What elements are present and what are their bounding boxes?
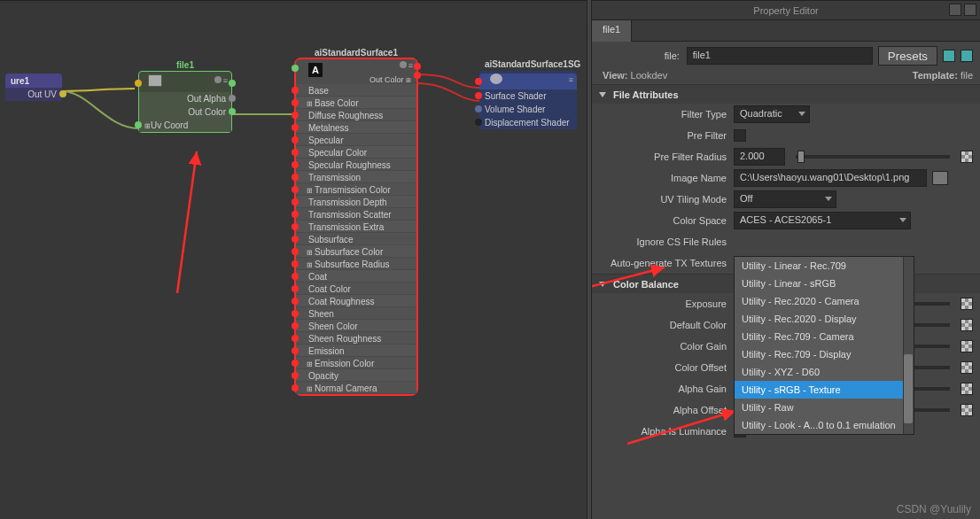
node-file1[interactable]: file1 ≡ Out Alpha Out Color ⊞Uv Coord (138, 71, 232, 133)
attr-specular[interactable]: Specular (296, 134, 416, 146)
prefilter-radius-input[interactable]: 2.000 (734, 148, 785, 166)
attr-sheen-roughness[interactable]: Sheen Roughness (296, 332, 416, 345)
prefilter-checkbox[interactable] (734, 129, 746, 142)
attr-coat[interactable]: Coat (296, 270, 416, 283)
panel-title: Property Editor (753, 5, 818, 16)
attr-transmission[interactable]: Transmission (296, 171, 416, 183)
hide-button[interactable] (961, 50, 973, 62)
tab-file1[interactable]: file1 (592, 20, 632, 42)
attr-subsurface[interactable]: Subsurface (296, 233, 416, 245)
node-menu-icon[interactable]: ≡ (214, 76, 228, 85)
attr-specular-color[interactable]: Specular Color (296, 146, 416, 159)
map-button[interactable] (961, 340, 973, 352)
watermark: CSDN @Yuulily (897, 503, 971, 515)
image-name-input[interactable]: C:\Users\haoyu.wang01\Desktop\1.png (734, 169, 927, 187)
property-editor: Property Editor file1 file: file1 Preset… (592, 0, 980, 519)
attr-metalness[interactable]: Metalness (296, 121, 416, 134)
attr-transmission-extra-roughness[interactable]: Transmission Extra Roughness (296, 221, 416, 233)
attr-sheen-color[interactable]: Sheen Color (296, 320, 416, 332)
color-space-option[interactable]: Utility - Rec.709 - Display (735, 345, 914, 363)
node-menu-icon[interactable]: ≡ (400, 61, 413, 70)
color-space-option[interactable]: Utility - Rec.2020 - Camera (735, 292, 914, 310)
color-space-option[interactable]: Utility - Linear - Rec.709 (735, 257, 914, 275)
color-space-option[interactable]: Utility - Rec.2020 - Display (735, 310, 914, 328)
file-label: file: (592, 50, 687, 61)
svg-line-0 (177, 151, 197, 293)
attr-emission[interactable]: Emission (296, 345, 416, 357)
template-value: file (961, 70, 973, 81)
attr-diffuse-roughness[interactable]: Diffuse Roughness (296, 109, 416, 121)
browse-icon[interactable] (932, 171, 948, 185)
color-space-option[interactable]: Utility - Linear - sRGB (735, 275, 914, 292)
view-mode: Lookdev (631, 70, 668, 81)
section-file-attributes[interactable]: File Attributes (592, 84, 980, 104)
color-space-option[interactable]: Utility - Rec.709 - Camera (735, 328, 914, 345)
prefilter-radius-slider[interactable] (796, 155, 950, 159)
attr-base-color[interactable]: ⊞Base Color (296, 97, 416, 109)
node-name-input[interactable]: file1 (687, 47, 873, 65)
attr-subsurface-color[interactable]: ⊞Subsurface Color (296, 245, 416, 258)
port-label: Out UV (27, 89, 57, 99)
map-button[interactable] (961, 361, 973, 374)
map-button[interactable] (961, 383, 973, 395)
show-button[interactable] (943, 50, 955, 62)
tab-bar: file1 (592, 20, 980, 42)
presets-button[interactable]: Presets (878, 46, 937, 66)
node-graph[interactable]: ure1 Out UV file1 ≡ Out Alpha Out Color … (0, 0, 587, 519)
popout-icon[interactable] (949, 4, 961, 16)
map-button[interactable] (961, 404, 973, 416)
attr-coat-roughness[interactable]: Coat Roughness (296, 295, 416, 307)
node-menu-icon[interactable]: ≡ (569, 75, 573, 84)
attr-coat-color[interactable]: Coat Color (296, 283, 416, 295)
filter-type-combo[interactable]: Quadratic (734, 105, 810, 123)
attr-emission-color[interactable]: ⊞Emission Color (296, 357, 416, 369)
close-icon[interactable] (964, 4, 976, 16)
color-space-option[interactable]: Utility - Look - A...0 to 0.1 emulation (735, 416, 914, 434)
color-space-option[interactable]: Utility - XYZ - D60 (735, 363, 914, 381)
attr-subsurface-radius[interactable]: ⊞Subsurface Radius (296, 258, 416, 270)
node-shadinggroup[interactable]: aiStandardSurface1SG ≡ Surface Shader Vo… (479, 71, 577, 129)
color-space-option[interactable]: Utility - Raw (735, 399, 914, 416)
attr-base[interactable]: Base (296, 84, 416, 97)
attr-transmission-depth[interactable]: Transmission Depth (296, 196, 416, 208)
attr-normal-camera[interactable]: ⊞Normal Camera (296, 382, 416, 394)
color-space-dropdown[interactable]: Utility - Linear - Rec.709Utility - Line… (734, 256, 914, 435)
uv-tiling-combo[interactable]: Off (734, 190, 836, 208)
attr-sheen[interactable]: Sheen (296, 307, 416, 320)
map-button[interactable] (961, 319, 973, 331)
dropdown-scrollbar[interactable] (903, 257, 914, 434)
map-button[interactable] (961, 298, 973, 310)
color-space-option[interactable]: Utility - sRGB - Texture (735, 381, 914, 399)
attr-specular-roughness[interactable]: Specular Roughness (296, 159, 416, 171)
node-aistandardsurface[interactable]: aiStandardSurface1 A ≡ Out Color ⊞ Base⊞… (296, 59, 416, 394)
attr-transmission-scatter[interactable]: Transmission Scatter (296, 208, 416, 221)
attr-opacity[interactable]: Opacity (296, 369, 416, 382)
map-button[interactable] (961, 151, 973, 163)
node-place2d[interactable]: ure1 Out UV (5, 74, 62, 101)
color-space-combo[interactable]: ACES - ACES2065-1 (734, 212, 911, 229)
attr-transmission-color[interactable]: ⊞Transmission Color (296, 183, 416, 196)
